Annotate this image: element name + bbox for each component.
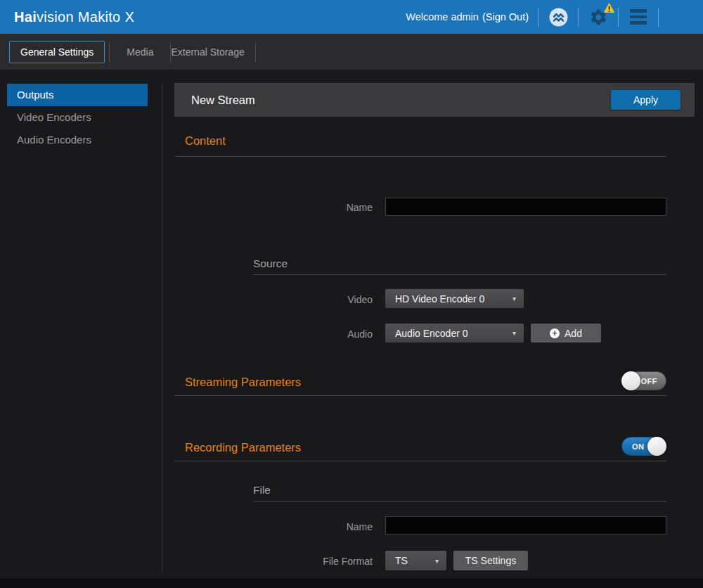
section-rule [174, 461, 666, 461]
menu-icon[interactable] [628, 5, 649, 29]
toggle-knob [647, 437, 666, 456]
recording-parameters-heading: Recording Parameters [185, 441, 301, 454]
logo-rest-text: vision Makito X [37, 9, 134, 25]
apply-button[interactable]: Apply [611, 90, 681, 110]
sidebar-divider [162, 83, 162, 573]
status-chevrons-icon[interactable] [548, 5, 569, 29]
toggle-knob [621, 371, 640, 390]
file-subheading: File [253, 484, 271, 497]
app-logo: Haivision Makito X [14, 9, 134, 25]
sidebar-item-video-encoders[interactable]: Video Encoders [0, 106, 162, 129]
chevron-down-icon: ▾ [512, 295, 516, 302]
tab-media[interactable]: Media [127, 41, 153, 63]
bottom-strip [0, 579, 703, 588]
file-format-value: TS [395, 555, 408, 566]
topbar-right: Welcome admin (Sign Out) [406, 0, 703, 34]
topbar-divider [658, 8, 659, 27]
plus-icon: + [550, 328, 560, 338]
topbar-divider [618, 8, 619, 27]
add-button-label: Add [565, 328, 582, 339]
file-format-dropdown[interactable]: TS ▾ [385, 551, 446, 570]
section-rule [174, 395, 666, 396]
sidebar-item-audio-encoders[interactable]: Audio Encoders [0, 129, 162, 151]
recording-toggle[interactable]: ON [621, 437, 666, 456]
app-window: Haivision Makito X Welcome admin (Sign O… [0, 0, 703, 588]
audio-label: Audio [274, 328, 373, 340]
tab-general-settings[interactable]: General Settings [9, 41, 105, 63]
hamburger-bars [630, 9, 647, 25]
video-label: Video [274, 294, 373, 305]
sidebar-item-outputs[interactable]: Outputs [7, 84, 148, 106]
file-format-label: File Format [267, 556, 373, 567]
file-name-input[interactable] [385, 516, 666, 535]
warning-badge-icon [603, 2, 615, 13]
topbar: Haivision Makito X Welcome admin (Sign O… [0, 0, 703, 34]
video-encoder-dropdown[interactable]: HD Video Encoder 0 ▾ [385, 289, 524, 308]
tab-external-storage[interactable]: External Storage [171, 41, 244, 63]
source-subheading: Source [253, 257, 288, 270]
topbar-divider [538, 8, 538, 27]
audio-encoder-dropdown[interactable]: Audio Encoder 0 ▾ [385, 324, 524, 343]
section-rule [176, 156, 666, 157]
welcome-text: Welcome admin [406, 11, 479, 23]
topbar-divider [578, 8, 579, 27]
streaming-toggle-state: OFF [641, 372, 658, 391]
chevron-down-icon: ▾ [435, 557, 439, 565]
panel-header: New Stream Apply [174, 83, 695, 117]
subsection-rule [253, 274, 666, 275]
sign-out-link[interactable]: (Sign Out) [482, 11, 529, 23]
stream-name-input[interactable] [385, 198, 666, 216]
logo-bold-text: Hai [14, 9, 37, 25]
recording-toggle-state: ON [632, 437, 645, 456]
page-title: New Stream [191, 83, 255, 117]
chevron-down-icon: ▾ [512, 329, 516, 337]
file-name-label: Name [274, 521, 373, 532]
subsection-rule [253, 501, 666, 501]
settings-gear-icon[interactable] [588, 5, 609, 29]
tab-divider [255, 41, 256, 63]
ts-settings-button[interactable]: TS Settings [453, 551, 528, 570]
add-audio-button[interactable]: + Add [531, 324, 601, 343]
video-encoder-value: HD Video Encoder 0 [395, 293, 484, 305]
stream-name-label: Name [274, 202, 373, 213]
tabbar: General Settings Media External Storage [0, 34, 703, 70]
streaming-toggle[interactable]: OFF [621, 371, 666, 390]
streaming-parameters-heading: Streaming Parameters [185, 376, 301, 389]
tab-divider [109, 41, 110, 63]
audio-encoder-value: Audio Encoder 0 [395, 328, 468, 339]
content-section-heading: Content [185, 134, 226, 148]
